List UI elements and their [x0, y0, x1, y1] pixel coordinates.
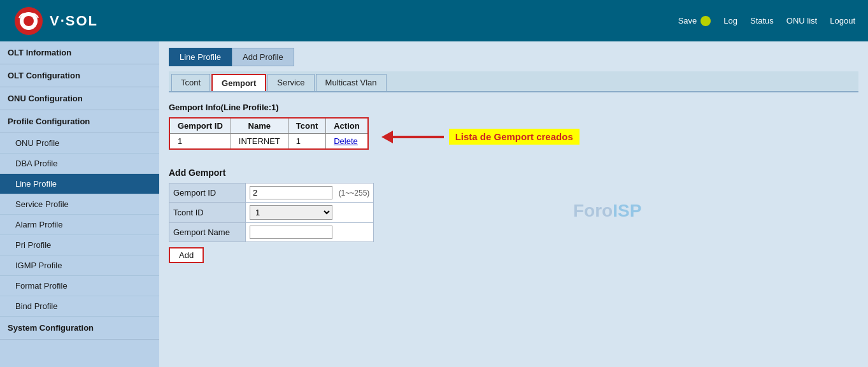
- status-dot: [701, 16, 711, 26]
- sidebar-item-format-profile[interactable]: Format Profile: [0, 276, 159, 296]
- annotation-label: Lista de Gemport creados: [449, 129, 580, 145]
- logo-area: V·SOL: [13, 5, 98, 37]
- tab-service[interactable]: Service: [267, 74, 314, 91]
- sidebar-item-onu-profile[interactable]: ONU Profile: [0, 133, 159, 154]
- cell-tcont: 1: [288, 134, 325, 150]
- gemport-id-input[interactable]: [250, 186, 332, 199]
- save-label: Save: [678, 16, 697, 25]
- sidebar-group-system-config[interactable]: System Configuration: [0, 317, 159, 340]
- gemport-id-hint: (1~~255): [339, 189, 370, 198]
- arrow-line: [393, 136, 444, 138]
- tab-line-profile[interactable]: Line Profile: [169, 48, 232, 66]
- sidebar-item-igmp-profile[interactable]: IGMP Profile: [0, 255, 159, 276]
- tcont-id-select[interactable]: 1: [250, 205, 332, 220]
- sidebar: OLT Information OLT Configuration ONU Co…: [0, 41, 159, 367]
- sidebar-item-alarm-profile[interactable]: Alarm Profile: [0, 215, 159, 235]
- sidebar-group-olt-info[interactable]: OLT Information: [0, 41, 159, 64]
- sidebar-item-line-profile[interactable]: Line Profile: [0, 174, 159, 194]
- add-gemport-title: Add Gemport: [169, 168, 858, 178]
- tab-gemport[interactable]: Gemport: [211, 74, 266, 91]
- gemport-table: Gemport ID Name Tcont Action 1 INTERNET …: [169, 117, 369, 150]
- cell-gemport-id: 1: [169, 134, 231, 150]
- cell-action: Delete: [326, 134, 368, 150]
- log-link[interactable]: Log: [723, 16, 737, 25]
- sidebar-group-olt-config[interactable]: OLT Configuration: [0, 64, 159, 87]
- input-cell-gemport-id: (1~~255): [246, 184, 374, 203]
- sidebar-group-onu-config[interactable]: ONU Configuration: [0, 87, 159, 110]
- sidebar-item-dba-profile[interactable]: DBA Profile: [0, 154, 159, 174]
- header-right: Save Log Status ONU list Logout: [678, 16, 855, 26]
- gemport-info-title: Gemport Info(Line Profile:1): [169, 103, 858, 112]
- form-row-gemport-id: Gemport ID (1~~255): [169, 184, 374, 203]
- input-cell-gemport-name: [246, 223, 374, 242]
- form-row-tcont-id: Tcont ID 1: [169, 203, 374, 223]
- main-content: Line Profile Add Profile Tcont Gemport S…: [159, 41, 868, 273]
- add-gemport-form: Gemport ID (1~~255) Tcont ID 1: [169, 183, 374, 242]
- save-area: Save: [678, 16, 711, 26]
- form-row-gemport-name: Gemport Name: [169, 223, 374, 242]
- sidebar-item-bind-profile[interactable]: Bind Profile: [0, 296, 159, 317]
- layout: OLT Information OLT Configuration ONU Co…: [0, 41, 868, 367]
- label-gemport-name: Gemport Name: [169, 223, 246, 242]
- delete-link[interactable]: Delete: [334, 136, 358, 146]
- label-tcont-id: Tcont ID: [169, 203, 246, 223]
- header: V·SOL Save Log Status ONU list Logout: [0, 0, 868, 41]
- table-row: 1 INTERNET 1 Delete: [169, 134, 368, 150]
- sidebar-group-profile-config[interactable]: Profile Configuration: [0, 110, 159, 133]
- onu-list-link[interactable]: ONU list: [786, 16, 817, 25]
- vsol-logo-icon: [13, 5, 45, 37]
- tab-add-profile[interactable]: Add Profile: [232, 48, 294, 66]
- col-gemport-id: Gemport ID: [169, 118, 231, 134]
- label-gemport-id: Gemport ID: [169, 184, 246, 203]
- logo-text: V·SOL: [50, 13, 98, 29]
- input-cell-tcont-id: 1: [246, 203, 374, 223]
- main-wrapper: Line Profile Add Profile Tcont Gemport S…: [159, 41, 868, 367]
- svg-point-2: [24, 16, 34, 26]
- sidebar-item-service-profile[interactable]: Service Profile: [0, 194, 159, 215]
- status-link[interactable]: Status: [750, 16, 774, 25]
- gemport-name-input[interactable]: [250, 226, 332, 239]
- outer-tab-bar: Line Profile Add Profile: [169, 48, 858, 66]
- content-panel: Gemport Info(Line Profile:1) Gemport ID …: [169, 99, 858, 267]
- col-name: Name: [231, 118, 288, 134]
- tab-tcont[interactable]: Tcont: [171, 74, 210, 91]
- arrow-head: [381, 131, 393, 143]
- col-action: Action: [326, 118, 368, 134]
- inner-tab-bar: Tcont Gemport Service Multicast Vlan: [169, 71, 858, 92]
- col-tcont: Tcont: [288, 118, 325, 134]
- cell-name: INTERNET: [231, 134, 288, 150]
- logout-link[interactable]: Logout: [830, 16, 855, 25]
- tab-multicast-vlan[interactable]: Multicast Vlan: [316, 74, 387, 91]
- sidebar-item-pri-profile[interactable]: Pri Profile: [0, 235, 159, 255]
- add-button[interactable]: Add: [169, 247, 204, 263]
